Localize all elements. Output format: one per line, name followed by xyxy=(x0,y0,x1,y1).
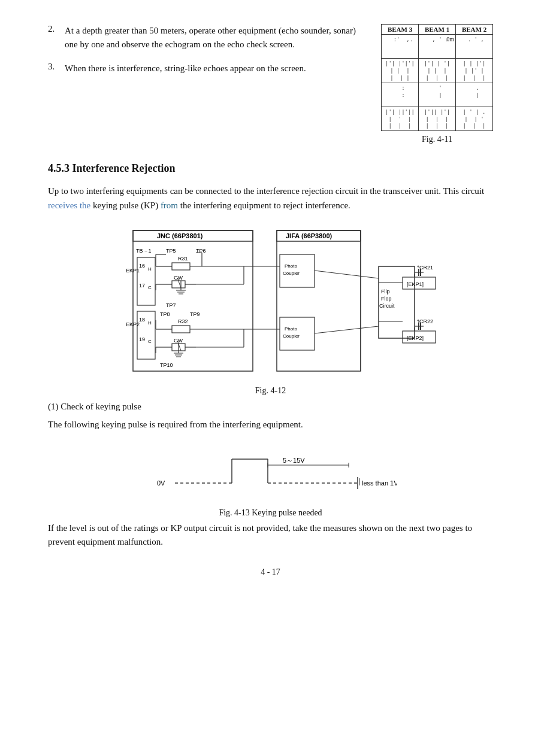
svg-text:TP7: TP7 xyxy=(166,302,176,308)
list-item-2: 2. At a depth greater than 50 meters, op… xyxy=(48,24,369,51)
beam3-header: BEAM 3 xyxy=(382,25,419,35)
list-num-2: 2. xyxy=(48,24,60,51)
svg-text:Circuit: Circuit xyxy=(379,303,395,309)
svg-text:TP9: TP9 xyxy=(190,311,200,317)
svg-line-60 xyxy=(315,326,379,333)
svg-text:TP8: TP8 xyxy=(160,311,170,317)
figure-13-area: 0V 5～15V less than 1V xyxy=(48,442,493,518)
svg-text:C: C xyxy=(148,339,152,344)
section-heading: 4.5.3 Interference Rejection xyxy=(48,162,493,175)
svg-text:Coupler: Coupler xyxy=(283,333,300,339)
table-row: |'| ||'|| | ' | | | | |'|| |'| | | | | |… xyxy=(382,107,493,131)
svg-text:TB－1: TB－1 xyxy=(136,248,152,254)
cell-b3-r4: |'| ||'|| | ' | | | | xyxy=(382,107,419,131)
cell-b2-r3: . | xyxy=(456,83,493,107)
fig-12-caption: Fig. 4-12 xyxy=(255,386,286,396)
body-paragraph-1: Up to two interfering equipments can be … xyxy=(48,184,493,212)
table-row: : : ' | . | xyxy=(382,83,493,107)
cell-b3-r2: |'| |'|'| | | | | | | xyxy=(382,59,419,83)
svg-text:Photo: Photo xyxy=(285,326,297,332)
beam2-header: BEAM 2 xyxy=(456,25,493,35)
cell-b2-r1: . ' , xyxy=(456,35,493,59)
fig-13-caption: Fig. 4-13 Keying pulse needed xyxy=(219,508,322,518)
svg-text:[EKP2]: [EKP2] xyxy=(407,335,424,341)
svg-rect-35 xyxy=(172,326,190,333)
svg-text:CR21: CR21 xyxy=(419,265,433,271)
table-row: |'| |'|'| | | | | | | |'| | '| | | | | |… xyxy=(382,59,493,83)
fig-11-caption: Fig. 4-11 xyxy=(422,135,452,144)
cell-b2-r2: | | |'| | |' | | | | xyxy=(456,59,493,83)
lessthan-label: less than 1V xyxy=(362,479,397,487)
svg-text:TP5: TP5 xyxy=(166,248,176,254)
svg-text:C: C xyxy=(148,285,152,290)
svg-text:Flop: Flop xyxy=(381,296,392,302)
list-item-3: 3. When there is interference, string-li… xyxy=(48,62,369,75)
svg-text:EKP2: EKP2 xyxy=(126,321,140,327)
keying-pulse-diagram: 0V 5～15V less than 1V xyxy=(145,442,397,502)
cell-b1-r4: |'|| |'| | | | | | | xyxy=(419,107,456,131)
svg-text:Photo: Photo xyxy=(285,263,297,269)
list-num-3: 3. xyxy=(48,62,60,75)
svg-text:Flip: Flip xyxy=(381,289,390,294)
figure-12-area: JNC (66P3801) JIFA (66P3800) TB－1 EKP1 1… xyxy=(48,224,493,396)
svg-rect-23 xyxy=(172,263,190,270)
cell-b3-r1: :' ,. xyxy=(382,35,419,59)
final-paragraph: If the level is out of the ratings or KP… xyxy=(48,521,493,549)
svg-text:18: 18 xyxy=(139,317,145,323)
check-heading: (1) Check of keying pulse xyxy=(48,402,493,412)
check-paragraph: The following keying pulse is required f… xyxy=(48,418,493,432)
list-text-2: At a depth greater than 50 meters, opera… xyxy=(65,24,369,51)
cell-b2-r4: | ' | . | | ' | | | xyxy=(456,107,493,131)
section-id: 4.5.3 xyxy=(48,162,69,174)
svg-text:H: H xyxy=(148,320,152,326)
svg-text:[EKP1]: [EKP1] xyxy=(407,281,424,287)
svg-text:JIFA (66P3800): JIFA (66P3800) xyxy=(286,232,333,239)
svg-text:JNC (66P3801): JNC (66P3801) xyxy=(157,232,203,239)
svg-text:Coupler: Coupler xyxy=(283,271,300,276)
table-row: :' ,. , ' .0m . ' , xyxy=(382,35,493,59)
page-number: 4 - 17 xyxy=(48,567,493,577)
svg-text:19: 19 xyxy=(139,336,145,342)
list-text-3: When there is interference, string-like … xyxy=(65,62,306,75)
section-title: Interference Rejection xyxy=(72,162,176,174)
beam1-header: BEAM 1 xyxy=(419,25,456,35)
beam-table: BEAM 3 BEAM 1 BEAM 2 :' ,. , ' .0m . ' ,… xyxy=(381,24,493,131)
cell-b1-r2: |'| | '| | | | | | | xyxy=(419,59,456,83)
svg-text:16: 16 xyxy=(139,263,145,269)
circuit-diagram: JNC (66P3801) JIFA (66P3800) TB－1 EKP1 1… xyxy=(103,224,439,380)
cell-b1-r3: ' | xyxy=(419,83,456,107)
svg-text:TP10: TP10 xyxy=(160,362,173,368)
svg-text:17: 17 xyxy=(139,283,145,289)
voltage-label: 5～15V xyxy=(283,457,305,464)
ov-label: 0V xyxy=(157,479,165,487)
svg-text:+: + xyxy=(417,265,419,269)
cell-b3-r3: : : xyxy=(382,83,419,107)
svg-text:R31: R31 xyxy=(178,256,188,262)
svg-text:CR22: CR22 xyxy=(419,318,433,324)
svg-line-59 xyxy=(315,271,379,278)
svg-text:R32: R32 xyxy=(178,318,188,324)
svg-text:EKP1: EKP1 xyxy=(126,268,140,274)
cell-b1-r1: , ' .0m xyxy=(419,35,456,59)
figure-11-container: BEAM 3 BEAM 1 BEAM 2 :' ,. , ' .0m . ' ,… xyxy=(381,24,493,144)
svg-text:H: H xyxy=(148,266,152,272)
